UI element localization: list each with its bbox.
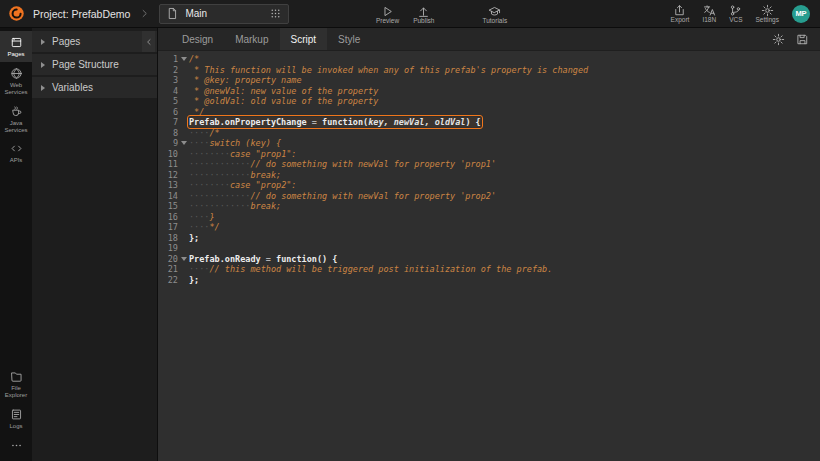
code-line[interactable]: 19 [158,243,820,254]
code-text: ············// do something with newVal … [189,159,496,170]
sidebar-item-more[interactable] [0,434,32,456]
code-token: * @key: property name [189,75,302,85]
sidebar-item-file-explorer[interactable]: File Explorer [0,365,32,403]
code-line[interactable]: 12············break; [158,170,820,181]
code-text: ············break; [189,170,281,181]
code-line[interactable]: 3 * @key: property name [158,75,820,86]
caret-right-icon [41,62,45,68]
page-selector-value: Main [185,8,263,19]
code-line[interactable]: 18}; [158,233,820,244]
panel-section-variables[interactable]: Variables [32,77,157,98]
code-token: Prefab.onPropertyChange [189,117,312,127]
code-line[interactable]: 11············// do something with newVa… [158,159,820,170]
line-number: 7 [158,117,178,128]
line-number: 2 [158,65,178,76]
code-line[interactable]: 7Prefab.onPropertyChange = function(key,… [158,117,820,128]
page-selector[interactable]: Main [159,4,289,24]
preview-button[interactable]: Preview [376,5,399,24]
panel-section-page-structure[interactable]: Page Structure [32,54,157,75]
code-text: }; [189,233,199,244]
code-token: ···· [189,222,209,232]
workspace: DesignMarkupScriptStyle 1/*2 * This func… [158,28,820,461]
code-text: ····*/ [189,222,220,233]
line-number: 14 [158,191,178,202]
code-line[interactable]: 16····} [158,212,820,223]
code-editor[interactable]: 1/*2 * This function will be invoked whe… [158,51,820,461]
collapse-panel-button[interactable] [142,31,155,52]
code-lines: 1/*2 * This function will be invoked whe… [158,54,820,285]
sidebar-item-web-services[interactable]: Web Services [0,62,32,100]
sidebar-item-label: File Explorer [2,385,30,399]
export-button[interactable]: Export [671,4,690,23]
code-text: ····// this method will be triggered pos… [189,264,552,275]
sidebar-item-apis[interactable]: APIs [0,137,32,168]
code-line[interactable]: 6 */ [158,107,820,118]
code-line[interactable]: 14············// do something with newVa… [158,191,820,202]
java-services-icon [10,105,23,118]
code-text: Prefab.onReady = function() { [189,254,337,265]
code-token: */ [189,107,204,117]
save-button[interactable] [796,33,809,46]
code-line[interactable]: 5 * @oldVal: old value of the property [158,96,820,107]
fold-triangle-icon [181,257,187,261]
tutorials-button[interactable]: Tutorials [482,5,507,24]
tab-style[interactable]: Style [327,28,371,50]
code-token: case "prop2": [230,180,297,190]
caret-right-icon [41,39,45,45]
publish-button[interactable]: Publish [413,5,434,24]
code-line[interactable]: 8····/* [158,128,820,139]
panel-section-pages[interactable]: Pages [32,31,157,52]
line-number: 13 [158,180,178,191]
code-token: * This function will be invoked when any… [189,65,588,75]
topbar-right-actions: ExportI18NVCSSettings [671,4,779,23]
tab-script[interactable]: Script [280,28,328,50]
line-number: 4 [158,86,178,97]
sidebar-item-label: Web Services [2,82,30,96]
logs-icon [10,408,23,421]
code-token: ············ [189,201,250,211]
sidebar-item-pages[interactable]: Pages [0,31,32,62]
fold-triangle-icon [181,57,187,61]
tab-markup[interactable]: Markup [224,28,279,50]
line-number: 21 [158,264,178,275]
code-line[interactable]: 9····switch (key) { [158,138,820,149]
code-line[interactable]: 20Prefab.onReady = function() { [158,254,820,265]
fold-marker-icon[interactable] [178,141,189,145]
code-line[interactable]: 2 * This function will be invoked when a… [158,65,820,76]
user-avatar[interactable]: MP [792,5,810,23]
line-number: 22 [158,275,178,286]
topbar-left: Project: PrefabDemo Main [8,4,289,24]
line-number: 17 [158,222,178,233]
code-text: * This function will be invoked when any… [189,65,588,76]
code-token: // do something with newVal for property… [250,191,496,201]
app-logo-icon[interactable] [8,5,25,22]
code-line[interactable]: 10········case "prop1": [158,149,820,160]
code-line[interactable]: 13········case "prop2": [158,180,820,191]
editor-settings-button[interactable] [772,33,785,46]
file-explorer-icon [10,370,23,383]
settings-button[interactable]: Settings [756,4,780,23]
sidebar-item-logs[interactable]: Logs [0,403,32,434]
i18n-button[interactable]: I18N [702,4,716,23]
code-text: */ [189,107,204,118]
web-services-icon [10,67,23,80]
line-number: 3 [158,75,178,86]
code-line[interactable]: 22}; [158,275,820,286]
code-token: // do something with newVal for property… [250,159,496,169]
code-line[interactable]: 1/* [158,54,820,65]
tab-design[interactable]: Design [171,28,224,50]
fold-marker-icon[interactable] [178,257,189,261]
sidebar-item-java-services[interactable]: Java Services [0,100,32,138]
fold-marker-icon[interactable] [178,57,189,61]
vcs-button[interactable]: VCS [729,4,742,23]
code-text: ············break; [189,201,281,212]
code-line[interactable]: 15············break; [158,201,820,212]
grid-icon[interactable] [269,7,282,20]
code-token: ············ [189,191,250,201]
preview-label: Preview [376,17,399,24]
code-line[interactable]: 4 * @newVal: new value of the property [158,86,820,97]
code-line[interactable]: 17····*/ [158,222,820,233]
i18n-label: I18N [702,16,716,23]
code-line[interactable]: 21····// this method will be triggered p… [158,264,820,275]
page-icon [166,7,179,20]
